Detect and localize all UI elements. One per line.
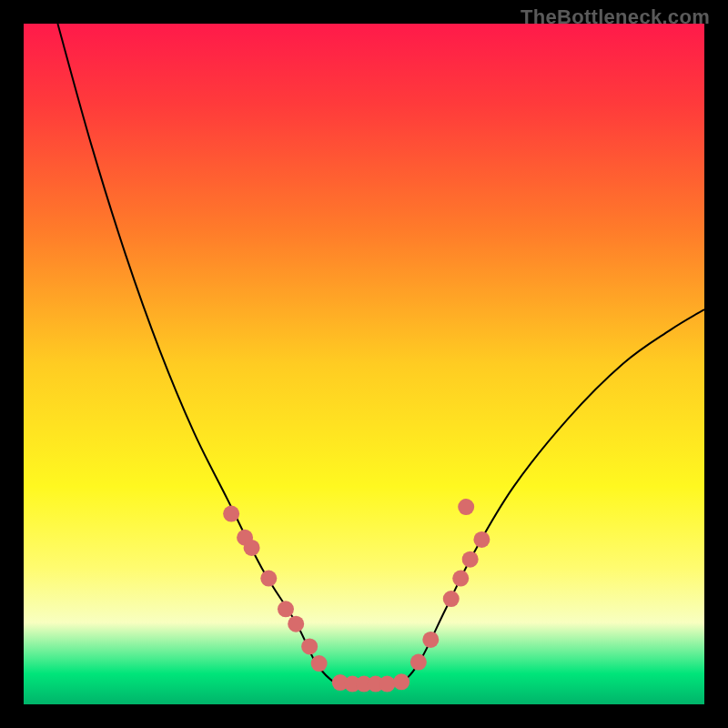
data-marker (462, 551, 479, 568)
data-marker (260, 571, 277, 587)
data-marker (393, 673, 410, 690)
data-marker (443, 591, 460, 607)
data-marker (410, 654, 427, 671)
data-marker (244, 540, 260, 556)
data-marker (311, 655, 328, 672)
data-marker (473, 531, 490, 548)
chart-plot-area (24, 24, 704, 704)
data-marker (458, 499, 474, 515)
data-marker (278, 601, 294, 617)
data-marker (452, 571, 469, 587)
data-marker (422, 632, 439, 648)
data-marker (301, 638, 318, 654)
data-marker (288, 616, 304, 632)
data-marker (379, 676, 395, 693)
chart-background (24, 24, 704, 704)
data-marker (223, 506, 239, 522)
chart-svg (24, 24, 704, 704)
